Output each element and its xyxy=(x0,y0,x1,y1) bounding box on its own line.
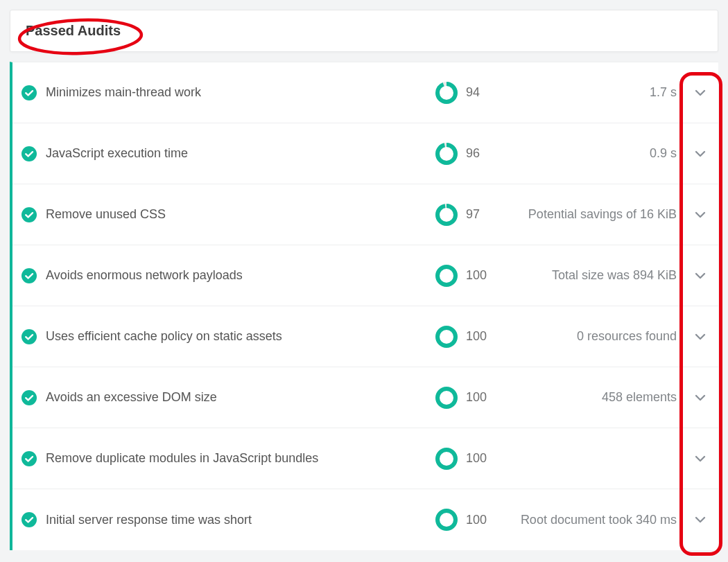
audit-score: 100 xyxy=(462,268,502,283)
chevron-down-icon xyxy=(694,453,707,465)
audit-title: Uses efficient cache policy on static as… xyxy=(46,328,431,344)
svg-point-1 xyxy=(21,85,37,100)
chevron-down-icon xyxy=(694,87,707,99)
audit-score: 100 xyxy=(462,513,502,527)
audit-row[interactable]: Remove duplicate modules in JavaScript b… xyxy=(12,428,718,489)
expand-button[interactable] xyxy=(690,265,711,286)
audit-score: 100 xyxy=(462,329,502,344)
audit-title: Remove unused CSS xyxy=(46,206,431,222)
passed-audits-list: Minimizes main-thread work 94 1.7 s Java… xyxy=(10,62,718,550)
score-gauge-icon xyxy=(435,81,458,105)
audit-row[interactable]: Avoids enormous network payloads 100 Tot… xyxy=(12,245,718,306)
audit-score: 96 xyxy=(462,146,502,161)
audit-score: 97 xyxy=(462,207,502,222)
audit-title: Minimizes main-thread work xyxy=(46,84,431,100)
check-circle-icon xyxy=(21,146,37,161)
audit-detail: 0.9 s xyxy=(502,146,682,161)
expand-button[interactable] xyxy=(690,326,711,347)
audit-row[interactable]: Initial server response time was short 1… xyxy=(12,489,718,550)
score-gauge-icon xyxy=(435,447,458,471)
svg-point-14 xyxy=(21,390,37,405)
audit-row[interactable]: Avoids an excessive DOM size 100 458 ele… xyxy=(12,367,718,428)
svg-point-11 xyxy=(437,267,456,285)
audit-score: 100 xyxy=(462,451,502,466)
svg-point-13 xyxy=(437,328,456,346)
expand-button[interactable] xyxy=(690,143,711,164)
audit-row[interactable]: JavaScript execution time 96 0.9 s xyxy=(12,123,718,184)
svg-point-12 xyxy=(21,329,37,344)
audit-row[interactable]: Minimizes main-thread work 94 1.7 s xyxy=(12,62,718,123)
audit-title: Initial server response time was short xyxy=(46,511,431,528)
score-gauge-icon xyxy=(435,203,458,227)
svg-point-6 xyxy=(437,145,456,163)
score-gauge-icon xyxy=(435,508,458,532)
expand-button[interactable] xyxy=(690,509,711,530)
svg-point-10 xyxy=(21,268,37,283)
chevron-down-icon xyxy=(694,392,707,404)
expand-button[interactable] xyxy=(690,448,711,469)
check-circle-icon xyxy=(21,207,37,222)
audit-row[interactable]: Uses efficient cache policy on static as… xyxy=(12,306,718,367)
passed-audits-header: Passed Audits xyxy=(10,10,718,52)
score-gauge-icon xyxy=(435,142,458,166)
chevron-down-icon xyxy=(694,331,707,343)
svg-point-7 xyxy=(21,207,37,222)
audit-title: Remove duplicate modules in JavaScript b… xyxy=(46,450,431,466)
svg-point-19 xyxy=(437,511,456,529)
check-circle-icon xyxy=(21,268,37,283)
score-gauge-icon xyxy=(435,264,458,288)
expand-button[interactable] xyxy=(690,387,711,408)
audit-score: 94 xyxy=(462,85,502,100)
expand-button[interactable] xyxy=(690,82,711,103)
section-title: Passed Audits xyxy=(26,23,121,38)
audit-row[interactable]: Remove unused CSS 97 Potential savings o… xyxy=(12,184,718,245)
audit-detail: Root document took 340 ms xyxy=(502,513,682,527)
check-circle-icon xyxy=(21,85,37,100)
svg-point-16 xyxy=(21,451,37,466)
audit-score: 100 xyxy=(462,390,502,405)
audit-detail: Total size was 894 KiB xyxy=(502,268,682,283)
audit-detail: Potential savings of 16 KiB xyxy=(502,207,682,222)
svg-point-4 xyxy=(21,146,37,161)
svg-point-18 xyxy=(21,512,37,527)
score-gauge-icon xyxy=(435,386,458,410)
score-gauge-icon xyxy=(435,325,458,349)
check-circle-icon xyxy=(21,451,37,466)
svg-point-15 xyxy=(437,389,456,407)
chevron-down-icon xyxy=(694,513,707,526)
audit-title: Avoids enormous network payloads xyxy=(46,267,431,283)
svg-point-3 xyxy=(437,84,456,102)
chevron-down-icon xyxy=(694,209,707,221)
check-circle-icon xyxy=(21,512,37,527)
audit-detail: 0 resources found xyxy=(502,329,682,344)
check-circle-icon xyxy=(21,329,37,344)
chevron-down-icon xyxy=(694,270,707,282)
audit-title: JavaScript execution time xyxy=(46,145,431,161)
check-circle-icon xyxy=(21,390,37,405)
svg-point-9 xyxy=(437,206,456,224)
svg-point-17 xyxy=(437,450,456,468)
chevron-down-icon xyxy=(694,148,707,160)
audit-title: Avoids an excessive DOM size xyxy=(46,389,431,405)
expand-button[interactable] xyxy=(690,204,711,225)
audit-detail: 1.7 s xyxy=(502,85,682,100)
audit-detail: 458 elements xyxy=(502,390,682,405)
